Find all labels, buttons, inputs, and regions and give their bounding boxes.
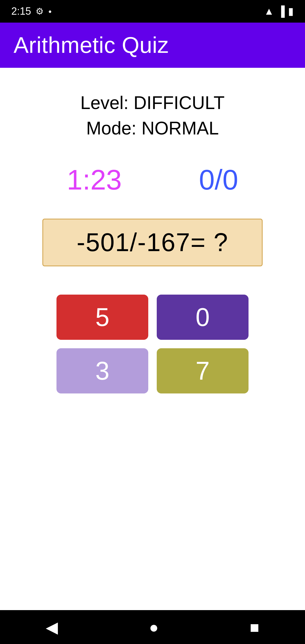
battery-icon: ▮	[288, 5, 294, 17]
question-container: -501/-167= ?	[42, 219, 263, 266]
app-bar: Arithmetic Quiz	[0, 23, 305, 68]
level-label: Level: DIFFICULT	[80, 90, 225, 116]
dot-icon: ●	[48, 8, 52, 15]
status-icons: ▲ ▐ ▮	[264, 5, 294, 17]
status-time: 2:15 ⚙ ●	[11, 5, 52, 17]
score-display: 0/0	[199, 164, 238, 196]
timer-display: 1:23	[67, 164, 122, 196]
answers-grid: 5 0 3 7	[56, 295, 249, 393]
answer-button-2[interactable]: 3	[56, 348, 148, 393]
level-mode-container: Level: DIFFICULT Mode: NORMAL	[80, 90, 225, 141]
time-display: 2:15	[11, 5, 31, 17]
status-bar: 2:15 ⚙ ● ▲ ▐ ▮	[0, 0, 305, 23]
timer-score-row: 1:23 0/0	[11, 164, 294, 196]
answer-button-3[interactable]: 7	[157, 348, 249, 393]
signal-icon: ▐	[277, 5, 285, 17]
answer-button-1[interactable]: 0	[157, 295, 249, 340]
wifi-icon: ▲	[264, 5, 274, 17]
question-text: -501/-167= ?	[77, 228, 228, 257]
mode-label: Mode: NORMAL	[86, 116, 219, 141]
home-button[interactable]: ●	[149, 618, 159, 636]
main-content: Level: DIFFICULT Mode: NORMAL 1:23 0/0 -…	[0, 68, 305, 610]
answer-button-0[interactable]: 5	[56, 295, 148, 340]
app-title: Arithmetic Quiz	[14, 32, 169, 58]
settings-icon: ⚙	[36, 6, 44, 17]
recents-button[interactable]: ■	[250, 618, 260, 636]
nav-bar: ◀ ● ■	[0, 610, 305, 644]
back-button[interactable]: ◀	[46, 618, 58, 636]
